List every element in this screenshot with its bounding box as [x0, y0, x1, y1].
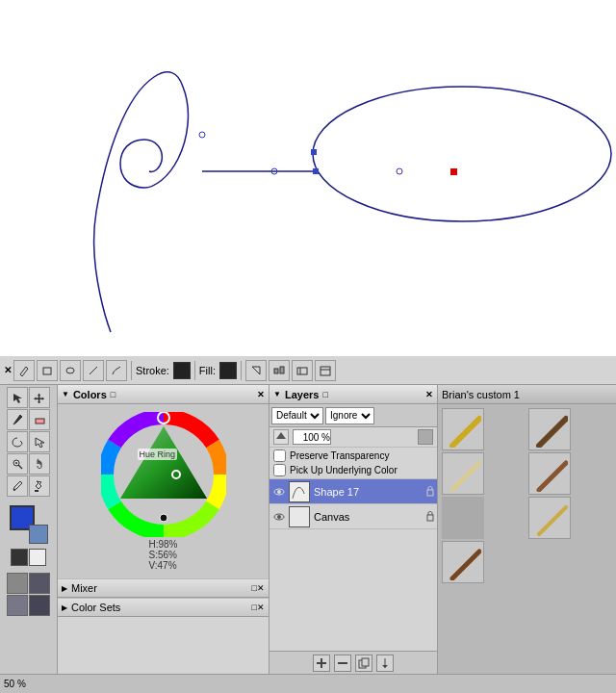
svg-rect-9: [43, 368, 51, 374]
custom-panel: Brian's custom 1: [438, 385, 616, 674]
color-swatch-2[interactable]: [29, 549, 46, 566]
bg-color-swatch[interactable]: [29, 525, 48, 544]
colors-panel-close[interactable]: ✕: [257, 390, 265, 399]
colors-panel-header: ▼ Colors □ ✕: [58, 385, 269, 404]
close-button[interactable]: ✕: [4, 365, 12, 375]
brush-item-1[interactable]: [442, 408, 484, 450]
eyedropper-tool[interactable]: [7, 475, 28, 497]
stroke-swatch[interactable]: [173, 362, 191, 379]
line-tool-btn[interactable]: [83, 360, 104, 381]
pick-up-color-label: Pick Up Underlying Color: [290, 465, 398, 475]
path-tool-btn[interactable]: [106, 360, 127, 381]
opacity-input[interactable]: [293, 429, 331, 445]
color-wheel[interactable]: Hue Ring: [101, 412, 226, 537]
layer-thumb-canvas: [289, 506, 310, 527]
flip-btn[interactable]: [269, 360, 290, 381]
layers-panel-header: ▼ Layers □ ✕: [270, 385, 437, 404]
v-value: V:47%: [148, 560, 177, 571]
svg-rect-14: [280, 367, 284, 373]
blend-mode-select[interactable]: Default: [271, 407, 323, 424]
svg-point-36: [277, 515, 281, 519]
status-bar: 50 %: [0, 674, 616, 693]
layer-eye-shape17[interactable]: [271, 484, 287, 500]
layers-panel: ▼ Layers □ ✕ Default Ignore: [270, 385, 438, 674]
svg-marker-31: [276, 432, 286, 439]
svg-rect-37: [427, 515, 433, 521]
colors-panel-expand[interactable]: □: [111, 390, 116, 399]
canvas-area: [0, 0, 616, 356]
svg-line-48: [539, 463, 566, 490]
svg-line-12: [252, 367, 260, 374]
brush-item-3[interactable]: [442, 452, 484, 495]
hand-tool[interactable]: [29, 453, 50, 475]
svg-point-30: [160, 514, 167, 522]
left-tools: [0, 385, 58, 674]
pick-up-color-checkbox[interactable]: [273, 464, 286, 476]
move-tool[interactable]: [29, 387, 50, 408]
merge-layer-btn[interactable]: [376, 654, 394, 672]
svg-rect-40: [338, 662, 347, 664]
layer-item-shape17[interactable]: Shape 17: [270, 479, 437, 504]
window-btn[interactable]: [315, 360, 336, 381]
layer-lock-shape17[interactable]: [425, 485, 435, 499]
layer-lock-canvas[interactable]: [425, 510, 435, 524]
eraser-tool[interactable]: [29, 409, 50, 430]
shape-select-tool[interactable]: [29, 431, 50, 452]
preserve-transparency-checkbox[interactable]: [273, 449, 286, 462]
lasso-tool[interactable]: [7, 431, 28, 452]
svg-rect-42: [362, 658, 369, 666]
layers-collapse-icon: ▼: [273, 390, 281, 398]
hue-ring-label: Hue Ring: [138, 449, 178, 460]
brush-item-5[interactable]: [528, 497, 571, 539]
svg-rect-17: [321, 367, 330, 375]
svg-line-49: [539, 507, 566, 534]
custom-brushes-grid: [438, 404, 616, 587]
opacity-arrows[interactable]: [273, 429, 289, 445]
layers-panel-title: Layers: [285, 389, 319, 400]
extra-btn[interactable]: [292, 360, 313, 381]
mixer-collapse-icon: ▶: [62, 584, 67, 593]
ellipse-tool-btn[interactable]: [60, 360, 81, 381]
svg-rect-7: [311, 149, 317, 155]
lock-btn[interactable]: [418, 429, 433, 445]
svg-line-11: [90, 367, 97, 374]
layers-close[interactable]: ✕: [425, 390, 433, 399]
mixer-label: Mixer: [71, 582, 97, 594]
color-sets-close[interactable]: ✕: [257, 603, 265, 612]
mixer-section-header[interactable]: ▶ Mixer □ ✕: [58, 578, 269, 598]
mini-thumb-2: [29, 573, 50, 594]
layer-item-canvas[interactable]: Canvas: [270, 504, 437, 529]
layers-expand[interactable]: □: [322, 390, 327, 399]
svg-point-24: [13, 489, 15, 491]
layer-eye-canvas[interactable]: [271, 509, 287, 525]
brush-item-2[interactable]: [528, 408, 571, 450]
brush-item-4[interactable]: [528, 452, 571, 495]
brush-tool[interactable]: [7, 409, 28, 430]
scale-btn[interactable]: [245, 360, 267, 381]
mixer-close[interactable]: ✕: [257, 583, 265, 593]
new-layer-btn[interactable]: [313, 654, 330, 672]
fill-tool[interactable]: [29, 475, 50, 497]
color-swatch-1[interactable]: [11, 549, 28, 566]
color-values: H:98% S:56% V:47%: [148, 539, 177, 571]
svg-rect-8: [313, 168, 319, 174]
zoom-tool[interactable]: [7, 453, 28, 475]
fill-swatch[interactable]: [219, 362, 237, 379]
rect-tool-btn[interactable]: [37, 360, 58, 381]
svg-rect-6: [450, 168, 457, 175]
svg-rect-13: [274, 369, 278, 373]
layers-content: Default Ignore: [270, 404, 437, 651]
brush-item-6[interactable]: [442, 541, 484, 583]
mini-thumb-1: [7, 573, 28, 594]
panels-row: ▼ Colors □ ✕: [0, 385, 616, 674]
layers-bottom-toolbar: [270, 651, 437, 674]
color-sets-section-header[interactable]: ▶ Color Sets □ ✕: [58, 598, 269, 617]
blend-mode2-select[interactable]: Ignore: [325, 407, 374, 424]
select-tool[interactable]: [7, 387, 28, 408]
copy-layer-btn[interactable]: [355, 654, 372, 672]
preserve-transparency-label: Preserve Transparency: [290, 450, 389, 461]
pen-tool-btn[interactable]: [13, 360, 35, 381]
toolbar: ✕ Stroke: Fill:: [0, 356, 616, 385]
mini-thumb-4: [29, 595, 50, 616]
delete-layer-btn[interactable]: [334, 654, 351, 672]
